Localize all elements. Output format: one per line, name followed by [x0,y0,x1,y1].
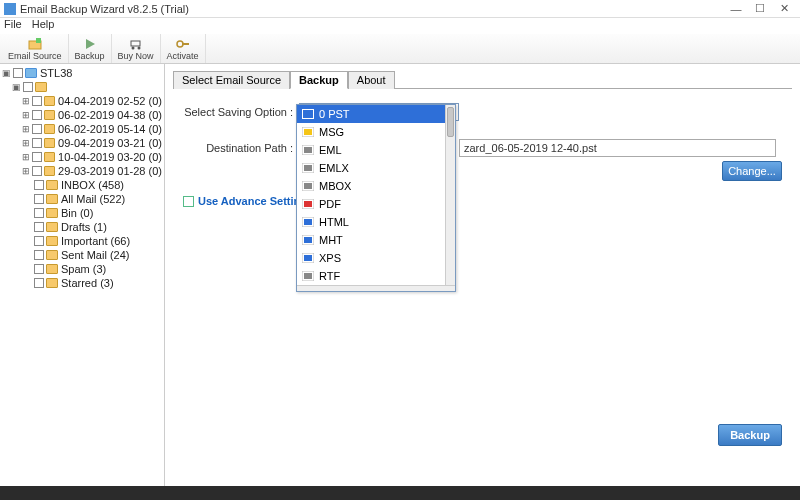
folder-icon [46,278,58,288]
dropdown-option-rtf[interactable]: RTF [297,267,455,285]
svg-rect-15 [304,165,312,171]
tree-checkbox[interactable] [34,264,44,274]
tree-folder-label[interactable]: Bin (0) [61,207,93,219]
tree-checkbox[interactable] [34,194,44,204]
dropdown-option-pst[interactable]: 0 PST [297,105,455,123]
toolbar: Email Source Backup Buy Now Activate [0,34,800,64]
tree-checkbox[interactable] [32,124,41,134]
dropdown-hscroll[interactable] [297,285,455,291]
format-icon [301,162,315,174]
tree-folder-label[interactable]: Drafts (1) [61,221,107,233]
menu-help[interactable]: Help [32,18,55,34]
dropdown-option-label: PDF [319,198,341,210]
svg-rect-25 [304,255,312,261]
tree-twisty[interactable]: ▣ [12,82,21,92]
tree-folder-label[interactable]: Spam (3) [61,263,106,275]
tree-folder-label[interactable]: Important (66) [61,235,130,247]
folder-plus-icon [28,37,42,51]
dropdown-option-html[interactable]: HTML [297,213,455,231]
folder-icon [44,166,55,176]
change-button[interactable]: Change... [722,161,782,181]
dropdown-option-emlx[interactable]: EMLX [297,159,455,177]
destination-path-label: Destination Path : [183,142,293,154]
toolbar-buy-now-label: Buy Now [118,51,154,61]
tree-date-label[interactable]: 06-02-2019 05-14 (0) [58,123,162,135]
format-icon [301,252,315,264]
toolbar-activate-label: Activate [167,51,199,61]
dropdown-option-label: HTML [319,216,349,228]
close-button[interactable]: ✕ [772,2,796,15]
destination-path-input[interactable]: zard_06-05-2019 12-40.pst [459,139,776,157]
folder-icon [44,96,55,106]
folder-tree[interactable]: ▣STL38 ▣ ⊞04-04-2019 02-52 (0)⊞06-02-201… [0,64,165,486]
tree-checkbox[interactable] [13,68,23,78]
tree-checkbox[interactable] [34,236,44,246]
tab-backup[interactable]: Backup [290,71,348,89]
destination-path-value: zard_06-05-2019 12-40.pst [464,142,597,154]
tree-checkbox[interactable] [34,278,44,288]
tree-date-label[interactable]: 09-04-2019 03-21 (0) [58,137,162,149]
tree-folder-label[interactable]: Sent Mail (24) [61,249,129,261]
tree-checkbox[interactable] [34,180,44,190]
title-bar: Email Backup Wizard v8.2.5 (Trial) — ☐ ✕ [0,0,800,18]
tree-checkbox[interactable] [32,138,41,148]
minimize-button[interactable]: — [724,3,748,15]
dropdown-option-xps[interactable]: XPS [297,249,455,267]
dropdown-option-pdf[interactable]: PDF [297,195,455,213]
scrollbar-thumb[interactable] [447,107,454,137]
tree-checkbox[interactable] [23,82,33,92]
svg-point-4 [131,46,134,49]
play-icon [83,37,97,51]
tree-checkbox[interactable] [34,222,44,232]
tree-twisty[interactable]: ▣ [2,68,11,78]
svg-rect-1 [36,38,41,43]
tree-checkbox[interactable] [32,110,41,120]
format-icon [301,108,315,120]
format-icon [301,216,315,228]
maximize-button[interactable]: ☐ [748,2,772,15]
tree-date-label[interactable]: 04-04-2019 02-52 (0) [58,95,162,107]
toolbar-buy-now[interactable]: Buy Now [112,34,161,63]
toolbar-activate[interactable]: Activate [161,34,206,63]
backup-button[interactable]: Backup [718,424,782,446]
tree-twisty[interactable]: ⊞ [22,138,30,148]
tree-folder-label[interactable]: INBOX (458) [61,179,124,191]
tree-checkbox[interactable] [34,250,44,260]
tree-twisty[interactable]: ⊞ [22,152,30,162]
tree-checkbox[interactable] [34,208,44,218]
tree-folder-label[interactable]: All Mail (522) [61,193,125,205]
tab-select-email-source[interactable]: Select Email Source [173,71,290,89]
tree-checkbox[interactable] [32,96,41,106]
menu-file[interactable]: File [4,18,22,34]
backup-form: Select Saving Option : PST ▾ Destination… [173,89,792,221]
folder-icon [46,194,58,204]
tree-twisty[interactable]: ⊞ [22,124,30,134]
svg-rect-3 [131,41,140,46]
format-icon [301,144,315,156]
dropdown-option-mbox[interactable]: MBOX [297,177,455,195]
dropdown-option-mht[interactable]: MHT [297,231,455,249]
toolbar-email-source[interactable]: Email Source [2,34,69,63]
dropdown-option-label: RTF [319,270,340,282]
tree-folder-label[interactable]: Starred (3) [61,277,114,289]
tree-checkbox[interactable] [32,166,41,176]
tree-date-label[interactable]: 29-03-2019 01-28 (0) [58,165,162,177]
dropdown-option-eml[interactable]: EML [297,141,455,159]
tree-checkbox[interactable] [32,152,41,162]
dropdown-scrollbar[interactable] [445,105,455,285]
tree-twisty[interactable]: ⊞ [22,166,30,176]
toolbar-backup-label: Backup [75,51,105,61]
saving-option-dropdown[interactable]: 0 PSTMSGEMLEMLXMBOXPDFHTMLMHTXPSRTF [296,104,456,292]
folder-icon [46,264,58,274]
tree-twisty[interactable]: ⊞ [22,110,30,120]
dropdown-option-msg[interactable]: MSG [297,123,455,141]
advance-settings-checkbox[interactable] [183,196,194,207]
tab-about[interactable]: About [348,71,395,89]
tree-date-label[interactable]: 06-02-2019 04-38 (0) [58,109,162,121]
dropdown-option-label: 0 PST [319,108,350,120]
app-icon [4,3,16,15]
tree-root-label[interactable]: STL38 [40,67,72,79]
tree-date-label[interactable]: 10-04-2019 03-20 (0) [58,151,162,163]
tree-twisty[interactable]: ⊞ [22,96,30,106]
toolbar-backup[interactable]: Backup [69,34,112,63]
